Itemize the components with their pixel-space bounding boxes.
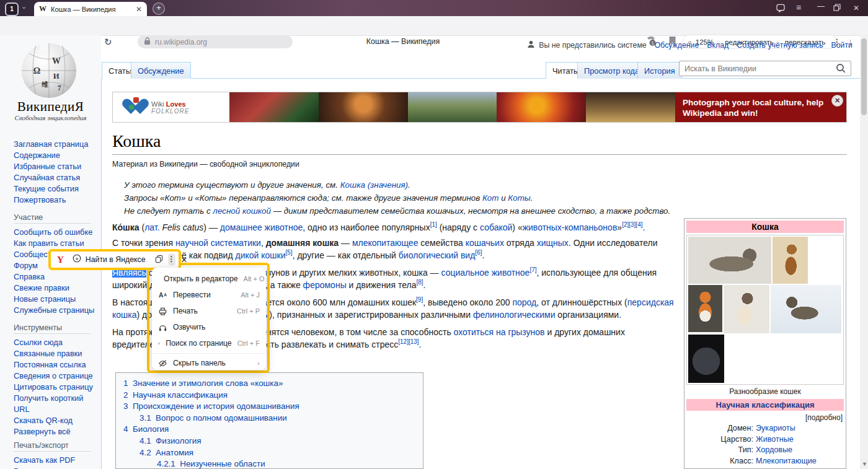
sidebar-link[interactable]: Получить короткий URL	[14, 393, 99, 415]
hatnote: Не следует путать с лесной кошкой — дики…	[124, 204, 676, 217]
taxobox: Кошка Разнообразие кошек Научная классиф…	[684, 218, 846, 469]
sidebar-section-title: Участие	[14, 213, 91, 224]
window-minimize-button[interactable]: —	[817, 2, 825, 11]
table-of-contents: 1 Значение и этимология слова «кошка» 2 …	[115, 372, 423, 469]
toc-entry[interactable]: 3 Происхождение и история одомашнивания	[123, 401, 415, 413]
sidebar-link[interactable]: Текущие события	[14, 183, 99, 195]
tab-list-chevron-icon[interactable]: ⌄	[21, 2, 27, 11]
tab-discussion[interactable]: Обсуждение	[131, 62, 191, 79]
tab-title: Кошка — Википедия	[51, 6, 132, 13]
sidebar-link[interactable]: Развернуть всё	[14, 426, 99, 437]
banner-photo	[408, 92, 497, 122]
menu-item-read-aloud[interactable]: Озвучить	[152, 319, 266, 335]
personal-link-create-account[interactable]: Создать учётную запись	[737, 41, 823, 50]
scrollbar-down-arrow[interactable]: ▼	[862, 461, 867, 467]
hatnote: У этого термина существуют и другие знач…	[124, 178, 676, 191]
toc-entry[interactable]: 4.2.1 Неизученные области	[157, 458, 415, 469]
popup-more-button[interactable]: ⋮	[168, 253, 175, 266]
personal-link-contribs[interactable]: Вклад	[707, 41, 728, 50]
taxobox-title: Кошка	[686, 221, 844, 233]
personal-link-login[interactable]: Войти	[831, 41, 852, 50]
toc-entry[interactable]: 1 Значение и этимология слова «кошка»	[123, 378, 415, 390]
browser-tab[interactable]: W Кошка — Википедия ✕	[34, 2, 147, 16]
search-icon[interactable]	[836, 63, 846, 76]
side-panel-icon[interactable]	[776, 4, 786, 14]
paragraph: Ко́шка (лат. Felis catus) — домашнее жив…	[112, 221, 674, 234]
yandex-selection-toolbar: Y я Найти в Яндексе ⋮ ✕	[48, 249, 181, 270]
cat-photo-grid	[686, 235, 844, 385]
cat-photo[interactable]	[773, 237, 808, 284]
cat-photo[interactable]	[688, 335, 724, 383]
cat-photo[interactable]	[688, 237, 771, 284]
sidebar-link[interactable]: Содержание	[14, 150, 99, 161]
tab-close-icon[interactable]: ✕	[136, 5, 142, 14]
fundraising-banner[interactable]: Wiki Loves FOLKLORE Photograph your loca…	[112, 92, 847, 123]
sidebar-link[interactable]: Случайная статья	[14, 172, 99, 183]
sidebar-link[interactable]: Справка	[14, 271, 99, 283]
personal-link-talk[interactable]: Обсуждение	[655, 41, 699, 50]
sidebar-link[interactable]: Версия для печати	[14, 466, 99, 469]
sidebar-link[interactable]: Заглавная страница	[14, 139, 99, 150]
paragraph: С точки зрения научной систематики, дома…	[112, 237, 674, 261]
sidebar-tools-links: Ссылки сюдаСвязанные правкиПостоянная сс…	[14, 337, 99, 437]
sidebar-link[interactable]: Пожертвовать	[14, 195, 99, 206]
banner-close-icon[interactable]: ✕	[831, 95, 843, 107]
menu-item-print[interactable]: ПечатьCtrl + P	[152, 303, 266, 319]
new-tab-button[interactable]: +	[153, 2, 165, 15]
sidebar-link[interactable]: Служебные страницы	[14, 305, 99, 316]
sidebar-link[interactable]: Как править статьи	[14, 238, 99, 249]
menu-item-find-on-page[interactable]: Поиск по страницеCtrl + F	[152, 335, 266, 351]
sidebar-link[interactable]: Избранные статьи	[14, 161, 99, 172]
toc-entry[interactable]: 4.2 Анатомия	[140, 447, 415, 459]
sidebar-section-title: Печать/экспорт	[14, 441, 91, 452]
sidebar-link[interactable]: Сведения о странице	[14, 370, 99, 382]
taxonomy-value[interactable]: Млекопитающие	[756, 456, 817, 467]
scrollbar-thumb[interactable]	[861, 38, 867, 115]
sidebar-link[interactable]: Свежие правки	[14, 283, 99, 294]
taxonomy-value[interactable]: Хордовые	[756, 445, 792, 456]
wiki-search-input[interactable]	[679, 61, 851, 76]
sidebar-link[interactable]: Цитировать страницу	[14, 382, 99, 393]
article-title: Кошка	[112, 131, 161, 151]
toc-entry[interactable]: 4.1 Физиология	[140, 436, 415, 447]
sidebar-link[interactable]: Сообщить об ошибке	[14, 227, 99, 238]
taxonomy-value[interactable]: Эукариоты	[756, 423, 795, 434]
sidebar-link[interactable]: Скачать QR-код	[14, 415, 99, 426]
window-restore-button[interactable]	[833, 4, 841, 13]
menu-item-open-in-editor[interactable]: Открыть в редактореAlt + O	[152, 271, 266, 287]
address-bar: ← я ↻ ru.wikipedia.org Кошка — Википедия…	[0, 16, 868, 36]
cat-photo[interactable]	[771, 285, 841, 333]
sidebar-main-links: Заглавная страницаСодержаниеИзбранные ст…	[14, 139, 99, 206]
tab-group-counter[interactable]: 1	[5, 2, 19, 16]
svg-text:W: W	[52, 56, 61, 66]
sidebar-section-title: Инструменты	[14, 323, 91, 334]
sidebar-link[interactable]: Постоянная ссылка	[14, 359, 99, 370]
window-close-button[interactable]: ✕	[853, 4, 859, 12]
popup-close-icon[interactable]: ✕	[181, 255, 188, 265]
details-link[interactable]: [подробно]	[686, 411, 844, 423]
cat-photo[interactable]	[724, 285, 769, 333]
tab-history[interactable]: История	[637, 62, 682, 79]
taxonomy-row: Отряд: Хищные	[686, 467, 844, 469]
sidebar-link[interactable]: Новые страницы	[14, 294, 99, 305]
menu-item-translate[interactable]: А ПеревестиAlt + J	[152, 287, 266, 303]
menu-item-hide-panel[interactable]: Скрыть панель›	[152, 355, 266, 371]
cat-photo[interactable]	[688, 285, 722, 332]
copy-icon[interactable]	[154, 254, 164, 266]
find-in-yandex-button[interactable]: Найти в Яндексе	[86, 255, 146, 264]
wikipedia-wordmark: ВикипедиЯ	[0, 99, 101, 115]
sidebar-link[interactable]: Скачать как PDF	[14, 455, 99, 466]
toc-entry[interactable]: 4 Биология	[123, 424, 415, 436]
toc-entry[interactable]: 2 Научная классификация	[123, 390, 415, 401]
toc-entry[interactable]: 3.1 Вопрос о полном одомашнивании	[140, 413, 415, 424]
tab-view-source[interactable]: Просмотр кода	[577, 62, 646, 79]
classification-header[interactable]: Научная классификация	[686, 399, 844, 411]
taxonomy-row: Царство: Животные	[686, 434, 844, 445]
sidebar-link[interactable]: Ссылки сюда	[14, 337, 99, 348]
sidebar-link[interactable]: Связанные правки	[14, 348, 99, 359]
yandex-logo-icon: Y	[57, 255, 64, 265]
browser-menu-icon[interactable]: ≡	[796, 3, 801, 12]
user-icon	[527, 40, 535, 50]
taxonomy-value[interactable]: Хищные	[756, 467, 786, 469]
taxonomy-value[interactable]: Животные	[756, 434, 794, 445]
